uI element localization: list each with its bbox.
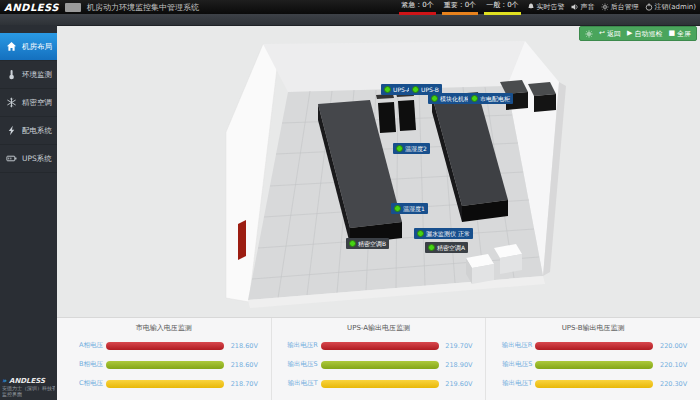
gauge-label: 输出电压S	[280, 360, 318, 369]
gauge-label: 输出电压S	[494, 360, 532, 369]
alarm-counter-critical[interactable]: 紧急：0个	[399, 0, 435, 15]
bell-icon	[527, 3, 535, 11]
sound-label: 声音	[581, 2, 595, 12]
logout-link[interactable]: 注销(admin)	[645, 2, 696, 12]
gauge-bar	[106, 342, 228, 350]
gauge-bar	[535, 380, 657, 388]
status-dot-icon	[349, 240, 356, 247]
menu-icon[interactable]	[65, 3, 81, 12]
sidebar-item-label: 环境监测	[22, 70, 52, 80]
gauge-bar	[106, 361, 228, 369]
sidebar-item-label: 机房布局	[22, 42, 52, 52]
auto-patrol-label: 自动巡检	[634, 29, 662, 39]
admin-link[interactable]: 后台管理	[601, 2, 639, 12]
back-label: 返回	[607, 29, 621, 39]
home-icon	[5, 40, 18, 53]
fullscreen-label: 全屏	[677, 29, 691, 39]
logout-icon	[645, 3, 653, 11]
gauge-label: 输出电压T	[494, 379, 532, 388]
gauge-group-ups-b: UPS-B输出电压监测 输出电压R 220.00V 输出电压S 220.10V …	[485, 318, 700, 400]
gauge-row: C相电压 218.70V	[65, 374, 263, 393]
sidebar-item-environment[interactable]: 环境监测	[0, 61, 57, 89]
gauge-row: 输出电压T 220.30V	[494, 374, 692, 393]
gauge-row: 输出电压R 220.00V	[494, 336, 692, 355]
status-dot-icon	[394, 205, 401, 212]
gauge-label: 输出电压R	[280, 341, 318, 350]
realtime-alarm-link[interactable]: 实时告警	[527, 2, 565, 12]
gauge-label: A相电压	[65, 341, 103, 350]
marker-label: 漏水监测仪 正常	[426, 231, 470, 237]
gauge-group-ups-a: UPS-A输出电压监测 输出电压R 219.70V 输出电压S 218.90V …	[271, 318, 486, 400]
marker-label: 温湿度2	[405, 146, 427, 152]
alarm-counter-major[interactable]: 重要：0个	[442, 0, 478, 15]
top-header: ANDLESS 机房动力环境监控集中管理系统 紧急：0个 重要：0个 一般：0个…	[0, 0, 700, 14]
status-dot-icon	[428, 244, 435, 251]
thermometer-icon	[5, 68, 18, 81]
fullscreen-button[interactable]: ■ 全屏	[668, 29, 691, 39]
sidebar-item-room-layout[interactable]: 机房布局	[0, 33, 57, 61]
speaker-icon	[571, 3, 579, 11]
battery-icon	[5, 152, 18, 165]
page-title: 机房动力环境监控集中管理系统	[87, 2, 199, 13]
view-toolbar: ↩ 返回 ▶ 自动巡检 ■ 全屏	[579, 26, 697, 41]
view-settings-button[interactable]	[585, 30, 593, 38]
gear-icon	[601, 3, 609, 11]
alarm-counter-minor[interactable]: 一般：0个	[484, 0, 520, 15]
marker-temp-humidity-1[interactable]: 温湿度1	[391, 203, 428, 214]
status-dot-icon	[412, 86, 419, 93]
marker-mains-cabinet[interactable]: 市电配电柜	[468, 93, 513, 104]
auto-patrol-button[interactable]: ▶ 自动巡检	[627, 29, 662, 39]
gauge-value: 218.60V	[231, 361, 263, 369]
marker-label: 市电配电柜	[480, 96, 510, 102]
marker-label: 模块化机柜	[440, 96, 470, 102]
gauge-bar	[321, 361, 443, 369]
brand-logo-small: » ANDLESS	[2, 377, 55, 385]
gauge-row: 输出电压R 219.70V	[280, 336, 478, 355]
gauge-row: 输出电压S 220.10V	[494, 355, 692, 374]
lightning-icon	[5, 124, 18, 137]
marker-precision-ac-a[interactable]: 精密空调A	[425, 242, 468, 253]
gauge-value: 219.70V	[445, 342, 477, 350]
play-icon: ▶	[627, 30, 632, 37]
sidebar-item-ups[interactable]: UPS系统	[0, 145, 57, 173]
gauge-bar	[106, 380, 228, 388]
gauge-value: 218.60V	[231, 342, 263, 350]
gauge-bar	[321, 342, 443, 350]
gauge-value: 218.90V	[445, 361, 477, 369]
gauge-bar	[535, 342, 657, 350]
gauge-row: B相电压 218.60V	[65, 355, 263, 374]
back-button[interactable]: ↩ 返回	[599, 29, 621, 39]
gauge-row: 输出电压S 218.90V	[280, 355, 478, 374]
status-dot-icon	[417, 230, 424, 237]
sidebar-brand: » ANDLESS 安德力士（深圳）科技有限公司 监控界面	[0, 377, 57, 397]
marker-label: 精密空调B	[358, 241, 386, 247]
sidebar-item-power-distribution[interactable]: 配电系统	[0, 117, 57, 145]
sidebar-menu: 机房布局 环境监测 精密空调 配电系统 UPS系统	[0, 25, 57, 173]
sound-link[interactable]: 声音	[571, 2, 595, 12]
snowflake-icon	[5, 96, 18, 109]
gauge-label: B相电压	[65, 360, 103, 369]
status-dot-icon	[431, 95, 438, 102]
marker-module-cabinet[interactable]: 模块化机柜	[428, 93, 473, 104]
marker-label: UPS-B	[421, 87, 439, 93]
gauge-group-mains: 市电输入电压监测 A相电压 218.60V B相电压 218.60V C相电压 …	[57, 318, 271, 400]
logout-label: 注销(admin)	[655, 2, 696, 12]
gauge-label: 输出电压T	[280, 379, 318, 388]
sidebar-item-label: UPS系统	[22, 154, 52, 164]
gauge-group-title: 市电输入电压监测	[65, 323, 263, 333]
gauge-bar	[321, 380, 443, 388]
marker-leak-detector[interactable]: 漏水监测仪 正常	[414, 228, 473, 239]
sidebar-item-label: 配电系统	[22, 126, 52, 136]
marker-precision-ac-b[interactable]: 精密空调B	[346, 238, 389, 249]
sidebar-item-label: 精密空调	[22, 98, 52, 108]
gauge-label: C相电压	[65, 379, 103, 388]
brand-logo: ANDLESS	[4, 2, 59, 13]
realtime-alarm-label: 实时告警	[537, 2, 565, 12]
marker-label: 精密空调A	[437, 245, 465, 251]
gauge-bar	[535, 361, 657, 369]
marker-temp-humidity-2[interactable]: 温湿度2	[393, 143, 430, 154]
gauge-value: 220.00V	[660, 342, 692, 350]
sidebar-item-precision-ac[interactable]: 精密空调	[0, 89, 57, 117]
sub-header-strip	[0, 14, 700, 26]
gauge-value: 220.30V	[660, 380, 692, 388]
